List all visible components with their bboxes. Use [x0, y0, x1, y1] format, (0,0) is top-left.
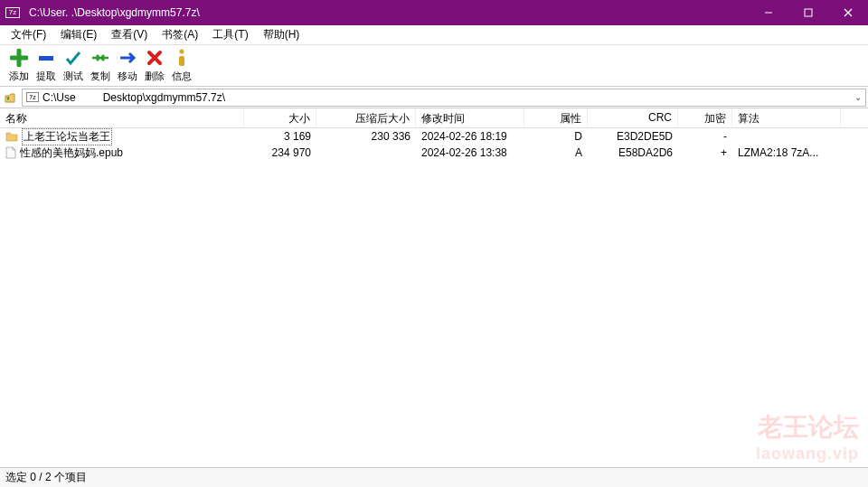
- col-size[interactable]: 大小: [244, 108, 316, 127]
- menu-tools[interactable]: 工具(T): [205, 25, 255, 44]
- col-packed-size[interactable]: 压缩后大小: [316, 108, 416, 127]
- minimize-button[interactable]: [749, 0, 788, 25]
- title-bar: 7z C:\User. .\Desktop\xgdmymm57.7z\: [0, 0, 868, 25]
- menu-view[interactable]: 查看(V): [104, 25, 155, 44]
- status-bar: 选定 0 / 2 个项目: [0, 467, 868, 487]
- copy-icon: [90, 48, 110, 68]
- col-attr[interactable]: 属性: [524, 108, 588, 127]
- copy-button[interactable]: 复制: [87, 48, 114, 83]
- col-modified[interactable]: 修改时间: [416, 108, 524, 127]
- status-text: 选定 0 / 2 个项目: [5, 470, 87, 485]
- file-list: 上老王论坛当老王 3 169 230 336 2024-02-26 18:19 …: [0, 128, 868, 484]
- svg-rect-1: [805, 9, 812, 16]
- up-button[interactable]: [0, 91, 20, 104]
- info-button[interactable]: 信息: [168, 48, 195, 83]
- extract-button[interactable]: 提取: [33, 48, 60, 83]
- menu-bookmark[interactable]: 书签(A): [155, 25, 205, 44]
- menu-file[interactable]: 文件(F): [4, 25, 53, 44]
- list-item[interactable]: 上老王论坛当老王 3 169 230 336 2024-02-26 18:19 …: [0, 128, 868, 145]
- col-algorithm[interactable]: 算法: [732, 108, 841, 127]
- window-title: C:\User. .\Desktop\xgdmymm57.7z\: [25, 6, 749, 19]
- menu-edit[interactable]: 编辑(E): [53, 25, 104, 44]
- menu-help[interactable]: 帮助(H): [256, 25, 307, 44]
- add-button[interactable]: 添加: [5, 48, 33, 83]
- delete-icon: [145, 48, 165, 68]
- col-encrypted[interactable]: 加密: [678, 108, 732, 127]
- file-icon: [5, 146, 16, 159]
- check-icon: [63, 48, 83, 68]
- close-button[interactable]: [828, 0, 868, 25]
- svg-rect-6: [179, 56, 184, 66]
- move-icon: [118, 48, 137, 68]
- test-button[interactable]: 测试: [60, 48, 87, 83]
- chevron-down-icon[interactable]: ⌄: [854, 92, 862, 102]
- delete-button[interactable]: 删除: [141, 48, 168, 83]
- minus-icon: [36, 48, 56, 68]
- list-item[interactable]: 性感的美艳妈妈.epub 234 970 2024-02-26 13:38 A …: [0, 145, 868, 161]
- address-bar: 7z C:\Use Desktop\xgdmymm57.7z\ ⌄: [0, 87, 868, 108]
- maximize-button[interactable]: [788, 0, 828, 25]
- column-header: 名称 大小 压缩后大小 修改时间 属性 CRC 加密 算法: [0, 108, 868, 128]
- toolbar: 添加 提取 测试 复制 移动 删除 信息: [0, 45, 868, 87]
- info-icon: [172, 48, 192, 68]
- plus-icon: [9, 48, 29, 68]
- folder-icon: [5, 131, 18, 142]
- svg-point-5: [180, 50, 184, 54]
- address-input[interactable]: 7z C:\Use Desktop\xgdmymm57.7z\ ⌄: [22, 89, 866, 107]
- col-name[interactable]: 名称: [0, 108, 244, 127]
- svg-rect-4: [39, 56, 53, 61]
- archive-icon: 7z: [26, 92, 39, 102]
- app-icon: 7z: [0, 0, 25, 25]
- move-button[interactable]: 移动: [114, 48, 141, 83]
- menu-bar: 文件(F) 编辑(E) 查看(V) 书签(A) 工具(T) 帮助(H): [0, 25, 868, 45]
- col-crc[interactable]: CRC: [588, 108, 678, 127]
